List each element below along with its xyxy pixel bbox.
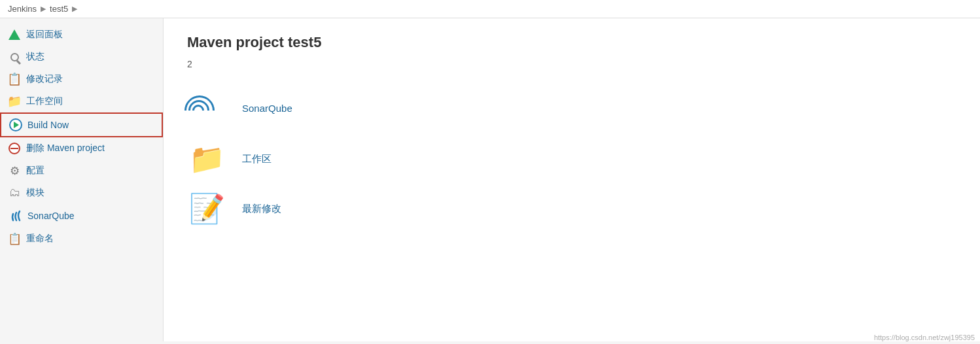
notebook-icon: 📋 bbox=[8, 73, 21, 86]
layout: 返回面板 状态 📋 修改记录 📁 工作空间 Build Now bbox=[0, 18, 980, 341]
sidebar-label-sonarqube: SonarQube bbox=[27, 211, 75, 221]
up-arrow-icon bbox=[8, 28, 21, 41]
folder-icon: 📁 bbox=[8, 95, 21, 108]
sidebar-item-build-now[interactable]: Build Now bbox=[0, 112, 163, 137]
sidebar-label-changelog: 修改记录 bbox=[26, 73, 63, 85]
sidebar-item-sonarqube[interactable]: SonarQube bbox=[0, 204, 163, 228]
sidebar-item-delete[interactable]: 删除 Maven project bbox=[0, 137, 163, 160]
sidebar-label-delete: 删除 Maven project bbox=[26, 143, 105, 154]
build-icon bbox=[9, 118, 22, 131]
page-title: Maven project test5 bbox=[187, 34, 956, 51]
gear-icon: ⚙ bbox=[8, 164, 21, 177]
sonar-large-icon bbox=[187, 90, 226, 126]
search-icon bbox=[8, 50, 21, 63]
breadcrumb-test5[interactable]: test5 bbox=[50, 4, 68, 14]
sidebar-item-config[interactable]: ⚙ 配置 bbox=[0, 160, 163, 182]
sidebar-label-config: 配置 bbox=[26, 165, 44, 177]
page-subtitle: 2 bbox=[187, 59, 956, 69]
delete-icon bbox=[8, 142, 21, 155]
sidebar-label-rename: 重命名 bbox=[26, 233, 54, 245]
sidebar-label-back: 返回面板 bbox=[26, 29, 63, 41]
sidebar-item-back[interactable]: 返回面板 bbox=[0, 24, 163, 46]
workspace-link[interactable]: 工作区 bbox=[242, 153, 271, 165]
sidebar-item-status[interactable]: 状态 bbox=[0, 46, 163, 68]
content-item-sonarqube: SonarQube bbox=[187, 90, 956, 126]
sidebar-label-build-now: Build Now bbox=[27, 120, 69, 130]
sidebar-label-workspace: 工作空间 bbox=[26, 95, 63, 107]
sidebar-item-changelog[interactable]: 📋 修改记录 bbox=[0, 68, 163, 90]
module-icon: 🗂 bbox=[8, 186, 21, 199]
footer-url: https://blog.csdn.net/zwj195395 bbox=[874, 334, 975, 341]
content-item-latest-changes: 📝 最新修改 bbox=[187, 192, 956, 226]
sonar-icon bbox=[8, 209, 22, 223]
notebook-large-icon: 📝 bbox=[187, 192, 226, 226]
content-items: SonarQube 📁 工作区 📝 最新修改 bbox=[187, 90, 956, 226]
sidebar-item-workspace[interactable]: 📁 工作空间 bbox=[0, 90, 163, 112]
main-content: Maven project test5 2 SonarQube 📁 bbox=[164, 18, 980, 341]
latest-changes-link[interactable]: 最新修改 bbox=[242, 203, 281, 215]
breadcrumb: Jenkins ▶ test5 ▶ bbox=[0, 0, 980, 18]
sidebar-item-modules[interactable]: 🗂 模块 bbox=[0, 182, 163, 204]
sonarqube-link[interactable]: SonarQube bbox=[242, 103, 292, 114]
sidebar-item-rename[interactable]: 📋 重命名 bbox=[0, 228, 163, 250]
breadcrumb-arrow-1: ▶ bbox=[41, 5, 46, 13]
rename-icon: 📋 bbox=[8, 232, 21, 245]
breadcrumb-arrow-2: ▶ bbox=[72, 5, 77, 13]
sidebar-label-modules: 模块 bbox=[26, 187, 44, 199]
folder-large-icon: 📁 bbox=[187, 142, 226, 176]
content-item-workspace: 📁 工作区 bbox=[187, 142, 956, 176]
sidebar: 返回面板 状态 📋 修改记录 📁 工作空间 Build Now bbox=[0, 18, 164, 341]
breadcrumb-jenkins[interactable]: Jenkins bbox=[8, 4, 37, 14]
sidebar-label-status: 状态 bbox=[26, 51, 44, 63]
